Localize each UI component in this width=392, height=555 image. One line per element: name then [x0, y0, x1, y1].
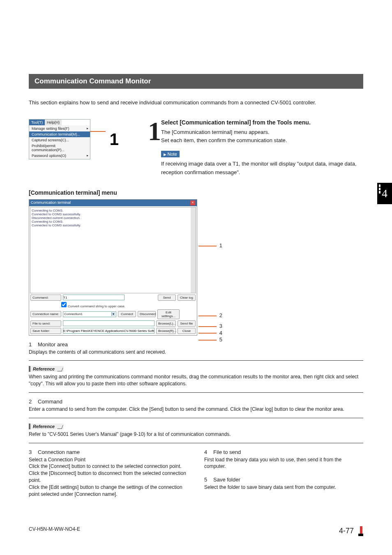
browse-r-button[interactable]: Browse(R)...	[156, 328, 176, 334]
footer-mark-icon	[358, 526, 363, 536]
step1-title: Select [Communication terminal] from the…	[161, 119, 363, 126]
term-title: Communication terminal	[31, 200, 71, 205]
chapter-tab: 4	[377, 183, 392, 204]
menu-tab-help: Help(H)	[45, 120, 62, 125]
command-label: Command:	[30, 295, 61, 301]
menu-tab-tool: Tool(T)	[29, 120, 45, 125]
intro-text: This section explains how to send and re…	[29, 99, 363, 107]
save-folder-input[interactable]	[63, 328, 154, 334]
item2-body: Enter a command to send from the compute…	[29, 406, 363, 413]
item3-body: Select a Connection Point Click the [Con…	[29, 456, 188, 498]
command-input[interactable]	[63, 295, 125, 300]
divider	[29, 392, 363, 393]
item5-body: Select the folder to save binary data se…	[204, 484, 363, 491]
item4-body: First load the binary data you wish to u…	[204, 456, 363, 470]
svg-rect-0	[360, 526, 362, 534]
item1-title: Monitor area	[38, 341, 68, 348]
figure-callout-1: 1	[110, 130, 119, 149]
connect-button[interactable]: Connect	[118, 311, 136, 317]
menu-item-comm-terminal: Communication terminal(M)...	[29, 131, 90, 137]
step-number-1: 1	[148, 122, 161, 141]
callout-num-1: 1	[219, 242, 222, 249]
menu-item-captured: Captured screens(C)...	[29, 137, 90, 143]
footer-page-num: 4-77	[339, 527, 354, 535]
callout-num-3: 3	[219, 323, 222, 329]
menu-item-password: Password options(O)	[29, 153, 90, 159]
item2-num: 2	[29, 398, 38, 405]
divider	[29, 360, 363, 361]
leader-5	[198, 340, 217, 341]
leader-3	[198, 326, 217, 327]
item5-title: Save folder	[213, 477, 240, 483]
term-log-text: Connecting to COM3. Connected to COM3 su…	[32, 209, 81, 227]
divider	[29, 418, 363, 418]
connection-name-select[interactable]: Connection1▾	[63, 311, 116, 317]
file-to-send-input[interactable]	[63, 320, 154, 326]
item4-num: 4	[204, 449, 213, 455]
reference-label: Reference	[29, 424, 64, 429]
leader-4	[198, 333, 217, 334]
callout-num-5: 5	[219, 336, 222, 343]
item3-num: 3	[29, 449, 38, 455]
file-to-send-label: File to send:	[30, 320, 61, 327]
reference2-body: Refer to "CV-5001 Series User's Manual" …	[29, 431, 363, 438]
close-icon: ×	[190, 200, 195, 205]
comm-terminal-subheading: [Communication terminal] menu	[29, 189, 363, 196]
chevron-down-icon: ▾	[111, 312, 115, 316]
disconnect-button[interactable]: Disconnect	[138, 311, 156, 317]
item1-body: Displays the contents of all communicati…	[29, 349, 363, 356]
footer-doc-id: CV-H5N-M-WW-NO4-E	[29, 526, 80, 536]
step1-line2: Set each item, then confirm the communic…	[161, 136, 363, 145]
item2-title: Command	[38, 398, 62, 405]
section-title: Communication Command Monitor	[29, 74, 363, 89]
item5-num: 5	[204, 477, 213, 483]
reference1-body: When saving and printing the communicati…	[29, 373, 363, 387]
step1-line1: The [Communication terminal] menu appear…	[161, 128, 363, 137]
item1-num: 1	[29, 341, 38, 348]
chapter-number: 4	[382, 187, 387, 200]
chapter-tab-bars	[379, 184, 380, 194]
tools-menu-figure: Tool(T) Help(H) Manage setting files(F) …	[29, 119, 90, 159]
divider	[29, 443, 363, 443]
uppercase-label: Convert command string to upper case.	[68, 304, 125, 308]
clear-log-button[interactable]: Clear log	[178, 295, 196, 301]
menu-item-manage: Manage setting files(F)	[29, 126, 90, 131]
menu-item-prohibit: Prohibit/permit communication(P)...	[29, 143, 90, 153]
comm-terminal-figure: Communication terminal × Connecting to C…	[29, 199, 197, 336]
scrollbar	[191, 207, 196, 293]
edit-settings-button[interactable]: Edit settings...	[157, 309, 180, 319]
callout-num-2: 2	[219, 312, 222, 318]
item4-title: File to send	[213, 449, 241, 455]
leader-2	[198, 315, 217, 316]
reference-label: Reference	[29, 366, 64, 372]
uppercase-checkbox[interactable]	[61, 302, 67, 307]
leader-line	[90, 131, 106, 132]
save-folder-label: Save folder:	[30, 328, 61, 334]
close-button[interactable]: Close	[178, 328, 196, 334]
browse-l-button[interactable]: Browse(L)...	[156, 320, 176, 327]
note-text: If receiving image data over a T1, the m…	[161, 160, 363, 177]
send-file-button[interactable]: Send file	[178, 320, 196, 327]
svg-rect-1	[358, 534, 363, 536]
callout-num-4: 4	[219, 330, 222, 336]
note-label: Note	[161, 151, 180, 157]
leader-1	[198, 246, 217, 246]
item3-title: Connection name	[38, 449, 80, 455]
connection-name-label: Connection name:	[30, 311, 61, 317]
send-button[interactable]: Send	[158, 295, 176, 301]
